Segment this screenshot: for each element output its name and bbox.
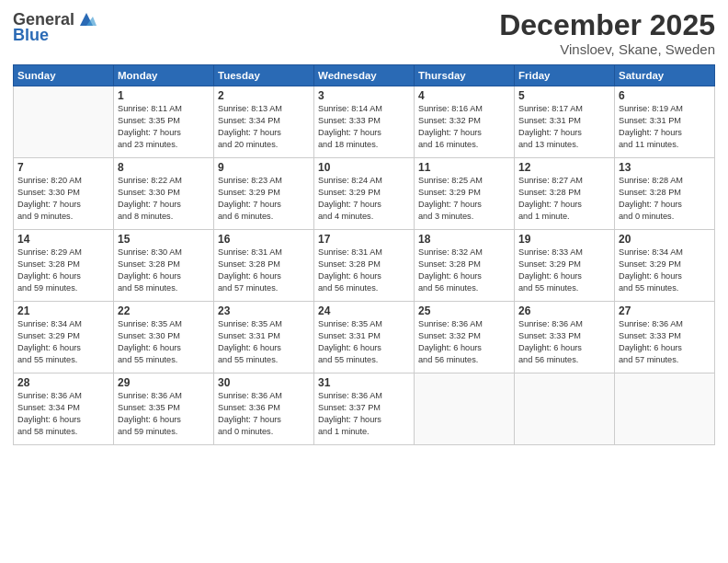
calendar-table: SundayMondayTuesdayWednesdayThursdayFrid… (13, 64, 715, 445)
calendar-day-cell (515, 373, 615, 445)
day-number: 7 (17, 161, 109, 174)
weekday-header-cell: Thursday (415, 65, 515, 86)
day-info: Sunrise: 8:36 AM Sunset: 3:32 PM Dayligh… (418, 318, 510, 366)
day-number: 26 (518, 304, 610, 317)
calendar-day-cell: 30Sunrise: 8:36 AM Sunset: 3:36 PM Dayli… (214, 373, 314, 445)
day-number: 18 (418, 233, 510, 246)
day-number: 6 (619, 89, 711, 102)
day-number: 16 (218, 233, 310, 246)
calendar-day-cell (14, 86, 114, 158)
day-number: 14 (17, 233, 109, 246)
calendar-week-row: 28Sunrise: 8:36 AM Sunset: 3:34 PM Dayli… (14, 373, 715, 445)
calendar-day-cell: 29Sunrise: 8:36 AM Sunset: 3:35 PM Dayli… (114, 373, 214, 445)
day-info: Sunrise: 8:17 AM Sunset: 3:31 PM Dayligh… (518, 103, 610, 151)
calendar-day-cell: 15Sunrise: 8:30 AM Sunset: 3:28 PM Dayli… (114, 230, 214, 302)
day-info: Sunrise: 8:19 AM Sunset: 3:31 PM Dayligh… (619, 103, 711, 151)
calendar-day-cell: 9Sunrise: 8:23 AM Sunset: 3:29 PM Daylig… (214, 158, 314, 230)
calendar-day-cell: 20Sunrise: 8:34 AM Sunset: 3:29 PM Dayli… (615, 230, 715, 302)
day-info: Sunrise: 8:16 AM Sunset: 3:32 PM Dayligh… (418, 103, 510, 151)
day-info: Sunrise: 8:36 AM Sunset: 3:37 PM Dayligh… (318, 390, 410, 438)
page-container: General Blue December 2025 Vinsloev, Ska… (0, 0, 728, 563)
day-number: 10 (318, 161, 410, 174)
calendar-day-cell: 13Sunrise: 8:28 AM Sunset: 3:28 PM Dayli… (615, 158, 715, 230)
calendar-day-cell: 3Sunrise: 8:14 AM Sunset: 3:33 PM Daylig… (314, 86, 415, 158)
day-number: 23 (218, 304, 310, 317)
weekday-header-row: SundayMondayTuesdayWednesdayThursdayFrid… (14, 65, 715, 86)
calendar-day-cell: 5Sunrise: 8:17 AM Sunset: 3:31 PM Daylig… (515, 86, 615, 158)
day-info: Sunrise: 8:34 AM Sunset: 3:29 PM Dayligh… (619, 247, 711, 294)
logo-icon (76, 9, 97, 29)
day-info: Sunrise: 8:11 AM Sunset: 3:35 PM Dayligh… (118, 103, 210, 151)
calendar-day-cell: 27Sunrise: 8:36 AM Sunset: 3:33 PM Dayli… (615, 302, 715, 373)
day-info: Sunrise: 8:27 AM Sunset: 3:28 PM Dayligh… (518, 175, 610, 223)
day-number: 3 (318, 89, 410, 102)
calendar-day-cell: 28Sunrise: 8:36 AM Sunset: 3:34 PM Dayli… (14, 373, 114, 445)
calendar-day-cell: 22Sunrise: 8:35 AM Sunset: 3:30 PM Dayli… (114, 302, 214, 373)
day-number: 29 (118, 376, 210, 389)
day-info: Sunrise: 8:31 AM Sunset: 3:28 PM Dayligh… (318, 247, 410, 294)
day-number: 5 (518, 89, 610, 102)
day-info: Sunrise: 8:36 AM Sunset: 3:35 PM Dayligh… (118, 390, 210, 438)
calendar-day-cell: 11Sunrise: 8:25 AM Sunset: 3:29 PM Dayli… (415, 158, 515, 230)
day-info: Sunrise: 8:35 AM Sunset: 3:30 PM Dayligh… (118, 318, 210, 366)
day-info: Sunrise: 8:36 AM Sunset: 3:33 PM Dayligh… (518, 318, 610, 366)
day-info: Sunrise: 8:22 AM Sunset: 3:30 PM Dayligh… (118, 175, 210, 223)
day-info: Sunrise: 8:20 AM Sunset: 3:30 PM Dayligh… (17, 175, 109, 223)
day-info: Sunrise: 8:14 AM Sunset: 3:33 PM Dayligh… (318, 103, 410, 151)
day-number: 25 (418, 304, 510, 317)
calendar-day-cell: 12Sunrise: 8:27 AM Sunset: 3:28 PM Dayli… (515, 158, 615, 230)
day-info: Sunrise: 8:24 AM Sunset: 3:29 PM Dayligh… (318, 175, 410, 223)
weekday-header-cell: Friday (515, 65, 615, 86)
calendar-week-row: 7Sunrise: 8:20 AM Sunset: 3:30 PM Daylig… (14, 158, 715, 230)
calendar-day-cell: 6Sunrise: 8:19 AM Sunset: 3:31 PM Daylig… (615, 86, 715, 158)
day-info: Sunrise: 8:33 AM Sunset: 3:29 PM Dayligh… (518, 247, 610, 294)
day-number: 13 (619, 161, 711, 174)
day-number: 31 (318, 376, 410, 389)
day-info: Sunrise: 8:36 AM Sunset: 3:33 PM Dayligh… (619, 318, 711, 366)
month-title: December 2025 (499, 9, 715, 41)
day-number: 24 (318, 304, 410, 317)
day-info: Sunrise: 8:36 AM Sunset: 3:36 PM Dayligh… (218, 390, 310, 438)
calendar-day-cell (415, 373, 515, 445)
calendar-day-cell: 7Sunrise: 8:20 AM Sunset: 3:30 PM Daylig… (14, 158, 114, 230)
calendar-day-cell: 25Sunrise: 8:36 AM Sunset: 3:32 PM Dayli… (415, 302, 515, 373)
day-number: 12 (518, 161, 610, 174)
calendar-day-cell: 23Sunrise: 8:35 AM Sunset: 3:31 PM Dayli… (214, 302, 314, 373)
day-number: 4 (418, 89, 510, 102)
day-info: Sunrise: 8:30 AM Sunset: 3:28 PM Dayligh… (118, 247, 210, 294)
day-number: 27 (619, 304, 711, 317)
calendar-day-cell: 26Sunrise: 8:36 AM Sunset: 3:33 PM Dayli… (515, 302, 615, 373)
day-number: 11 (418, 161, 510, 174)
logo: General Blue (13, 9, 98, 45)
day-info: Sunrise: 8:25 AM Sunset: 3:29 PM Dayligh… (418, 175, 510, 223)
day-info: Sunrise: 8:13 AM Sunset: 3:34 PM Dayligh… (218, 103, 310, 151)
calendar-day-cell: 4Sunrise: 8:16 AM Sunset: 3:32 PM Daylig… (415, 86, 515, 158)
calendar-day-cell: 17Sunrise: 8:31 AM Sunset: 3:28 PM Dayli… (314, 230, 415, 302)
calendar-week-row: 1Sunrise: 8:11 AM Sunset: 3:35 PM Daylig… (14, 86, 715, 158)
day-number: 17 (318, 233, 410, 246)
day-number: 20 (619, 233, 711, 246)
calendar-day-cell (615, 373, 715, 445)
day-info: Sunrise: 8:34 AM Sunset: 3:29 PM Dayligh… (17, 318, 109, 366)
day-number: 22 (118, 304, 210, 317)
header: General Blue December 2025 Vinsloev, Ska… (13, 9, 715, 57)
day-info: Sunrise: 8:35 AM Sunset: 3:31 PM Dayligh… (218, 318, 310, 366)
day-info: Sunrise: 8:28 AM Sunset: 3:28 PM Dayligh… (619, 175, 711, 223)
weekday-header-cell: Saturday (615, 65, 715, 86)
weekday-header-cell: Wednesday (314, 65, 415, 86)
calendar-week-row: 14Sunrise: 8:29 AM Sunset: 3:28 PM Dayli… (14, 230, 715, 302)
location-title: Vinsloev, Skane, Sweden (499, 41, 715, 57)
calendar-day-cell: 2Sunrise: 8:13 AM Sunset: 3:34 PM Daylig… (214, 86, 314, 158)
calendar-day-cell: 8Sunrise: 8:22 AM Sunset: 3:30 PM Daylig… (114, 158, 214, 230)
day-info: Sunrise: 8:36 AM Sunset: 3:34 PM Dayligh… (17, 390, 109, 438)
day-number: 19 (518, 233, 610, 246)
day-info: Sunrise: 8:23 AM Sunset: 3:29 PM Dayligh… (218, 175, 310, 223)
day-info: Sunrise: 8:35 AM Sunset: 3:31 PM Dayligh… (318, 318, 410, 366)
day-number: 1 (118, 89, 210, 102)
weekday-header-cell: Tuesday (214, 65, 314, 86)
day-number: 21 (17, 304, 109, 317)
day-info: Sunrise: 8:31 AM Sunset: 3:28 PM Dayligh… (218, 247, 310, 294)
day-number: 8 (118, 161, 210, 174)
calendar-week-row: 21Sunrise: 8:34 AM Sunset: 3:29 PM Dayli… (14, 302, 715, 373)
calendar-day-cell: 1Sunrise: 8:11 AM Sunset: 3:35 PM Daylig… (114, 86, 214, 158)
